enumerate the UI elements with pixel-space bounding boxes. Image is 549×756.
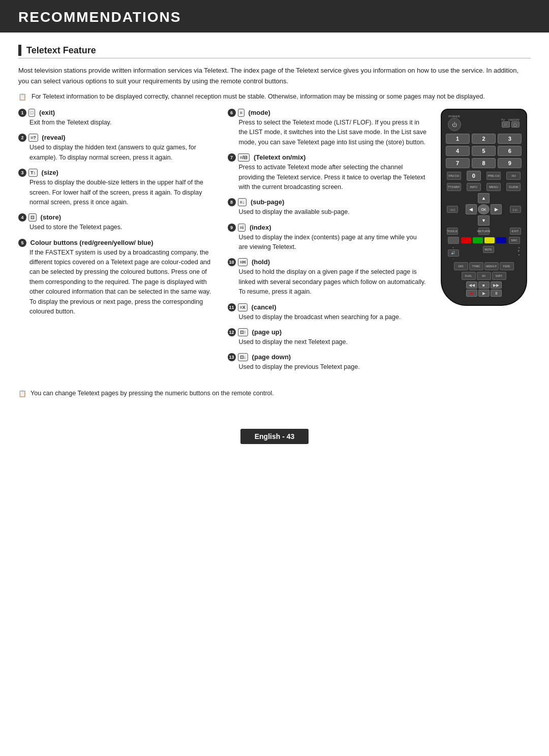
nav-left[interactable]: ◀: [466, 204, 477, 214]
colour-row: SRC: [446, 237, 522, 244]
label-hold: (hold): [250, 258, 270, 266]
tools-btn[interactable]: TOOLS: [447, 228, 458, 235]
num-11: 11: [228, 303, 236, 311]
rec-btn[interactable]: ⏺: [466, 290, 477, 297]
vol-minus: −: [452, 257, 454, 260]
icon-cancel: ≡X: [238, 303, 248, 311]
remote-container: POWER ⏻ TV ON/OFF □ ◯ 1: [437, 109, 531, 379]
btn-7[interactable]: 7: [446, 158, 470, 168]
menu-btn[interactable]: MENU: [486, 183, 501, 191]
power-button[interactable]: ⏻: [448, 118, 461, 131]
nav-row: ◁◁ ▲ ◀ OK ▶ ▼ ▷▷: [446, 193, 522, 226]
media-btn[interactable]: MEDIA.P: [484, 262, 499, 270]
icon-subpage: ≡↓: [238, 198, 247, 206]
label-subpage: (sub-page): [249, 198, 284, 206]
tv-button[interactable]: □: [502, 121, 510, 128]
feature-item-5: 5 Colour buttons (red/green/yellow/ blue…: [18, 239, 218, 317]
footer-badge: English - 43: [240, 429, 309, 444]
label-cancel: (cancel): [250, 303, 277, 311]
fav-btn[interactable]: FAV.CH: [447, 172, 461, 180]
desc-hold: Used to hold the display on a given page…: [228, 267, 427, 297]
nav-ok[interactable]: OK: [478, 204, 490, 214]
feature-item-12: 12 ⊡↑ (page up) Used to display the next…: [228, 328, 427, 347]
dual-btn[interactable]: DUAL: [462, 272, 476, 280]
red-btn[interactable]: [461, 237, 471, 243]
nav-right[interactable]: ▶: [491, 204, 502, 214]
mute-btn[interactable]: MUTE: [483, 246, 494, 253]
icon-hold: ≡H: [238, 258, 248, 266]
icon-reveal: ≡?: [28, 134, 38, 142]
blue-btn[interactable]: [496, 237, 506, 243]
num-12: 12: [228, 328, 236, 336]
pause-btn[interactable]: ⏸: [491, 290, 502, 297]
source-btn[interactable]: SRC: [509, 237, 520, 244]
num-4: 4: [18, 213, 26, 222]
transport-row1: ◀◀ ■ ▶▶: [446, 281, 522, 289]
desc-mode: Press to select the Teletext mode (LIST/…: [228, 118, 427, 147]
tt-btn[interactable]: TTABC: [469, 262, 483, 270]
label-index: (index): [248, 224, 271, 231]
feature-item-7: 7 ≡/⊟ (Teletext on/mix) Press to activat…: [228, 153, 427, 192]
still-btn[interactable]: SRS: [454, 262, 468, 270]
vol-icon[interactable]: 🔊: [448, 249, 459, 257]
green-btn[interactable]: [473, 237, 483, 243]
nav-up[interactable]: ▲: [478, 193, 490, 203]
fsize-btn[interactable]: FSIZE: [500, 262, 514, 270]
left-side-btn[interactable]: ◁◁: [447, 206, 458, 213]
feature-header-2: 2 ≡? (reveal): [18, 134, 218, 142]
feature-header-13: 13 ⊡↓ (page down): [228, 353, 427, 361]
remote-control: POWER ⏻ TV ON/OFF □ ◯ 1: [441, 109, 527, 306]
play-btn[interactable]: ▶: [478, 290, 490, 297]
btn-3[interactable]: 3: [498, 134, 522, 144]
btn-4[interactable]: 4: [446, 146, 470, 156]
extra-left-btn[interactable]: [448, 237, 459, 244]
section-title-bar: [18, 45, 21, 56]
btn-8[interactable]: 8: [472, 158, 496, 168]
feature-item-2: 2 ≡? (reveal) Used to display the hidden…: [18, 134, 218, 163]
ttx-mix-btn[interactable]: TTX/MIX: [447, 183, 461, 191]
return-btn[interactable]: RETURN: [478, 228, 490, 235]
stop-btn[interactable]: ■: [478, 281, 490, 289]
desc-reveal: Used to display the hidden text (answers…: [18, 143, 218, 163]
btn-9[interactable]: 9: [498, 158, 522, 168]
desc-cancel: Used to display the broadcast when searc…: [228, 312, 427, 322]
desc-size: Press to display the double-size letters…: [18, 178, 218, 207]
ff-btn[interactable]: ▶▶: [491, 281, 502, 289]
info-btn[interactable]: INFO: [467, 183, 481, 191]
subt-btn[interactable]: SUBT.: [492, 272, 506, 280]
label-store: (store): [39, 213, 61, 221]
yellow-btn[interactable]: [484, 237, 495, 243]
main-content: 1 □ (exit) Exit from the Teletext displa…: [18, 109, 531, 379]
btn-0[interactable]: 0: [467, 171, 481, 181]
colour-buttons: [461, 237, 506, 243]
feature-item-4: 4 ⊡ (store) Used to store the Teletext p…: [18, 213, 218, 232]
feature-item-9: 9 ≡i (index) Used to display the index (…: [228, 224, 427, 253]
btn-6[interactable]: 6: [498, 146, 522, 156]
power-label: POWER: [448, 115, 461, 118]
right-side-btn[interactable]: ▷▷: [510, 206, 521, 213]
note-icon: 📋: [18, 92, 27, 102]
btn-1[interactable]: 1: [446, 134, 470, 144]
desc-colour: If the FASTEXT system is used by a broad…: [18, 248, 218, 317]
nav-section: ◁◁ ▲ ◀ OK ▶ ▼ ▷▷: [446, 193, 522, 226]
btn-5[interactable]: 5: [472, 146, 496, 156]
num-2: 2: [18, 134, 26, 142]
extra-btn-8[interactable]: ≡H: [506, 172, 521, 180]
ad-btn[interactable]: AD: [477, 272, 491, 280]
feature-item-11: 11 ≡X (cancel) Used to display the broad…: [228, 303, 427, 322]
transport-row2: ⏺ ▶ ⏸: [446, 290, 522, 297]
page-header: RECOMMENDATIONS: [0, 0, 549, 33]
intro-paragraph: Most television stations provide written…: [18, 66, 531, 87]
btn-2[interactable]: 2: [472, 134, 496, 144]
guide-btn[interactable]: GUIDE: [506, 183, 521, 191]
nav-down[interactable]: ▼: [478, 215, 490, 226]
onoff-button[interactable]: ◯: [511, 121, 520, 128]
feature-header-7: 7 ≡/⊟ (Teletext on/mix): [228, 153, 427, 162]
prech-btn[interactable]: PRE-CH: [486, 172, 501, 180]
num-13: 13: [228, 353, 236, 361]
exit-btn[interactable]: EXIT: [510, 228, 521, 235]
label-pagedown: (page down): [250, 353, 291, 361]
label-mode: (mode): [247, 109, 270, 116]
label-teletext: (Teletext on/mix): [252, 153, 306, 161]
rew-btn[interactable]: ◀◀: [466, 281, 477, 289]
